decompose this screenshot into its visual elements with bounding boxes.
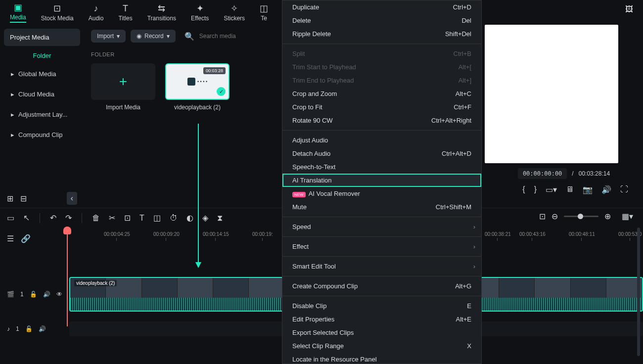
ruler-tick: 00:00:04:25 [104, 231, 130, 241]
ctx-crop-to-fit[interactable]: Crop to FitCtrl+F [282, 100, 481, 114]
preview-canvas [485, 25, 618, 163]
color-icon[interactable]: ◐ [186, 213, 193, 223]
ctx-disable-clip[interactable]: Disable ClipE [282, 299, 481, 313]
tab-stock-media[interactable]: ⊡Stock Media [41, 3, 74, 22]
ruler-tick: 00:00:48:11 [569, 231, 595, 241]
ctx-speech-to-text[interactable]: Speech-to-Text [282, 160, 481, 174]
context-menu: DuplicateCtrl+DDeleteDelRipple DeleteShi… [282, 0, 482, 364]
ctx-smart-edit-tool[interactable]: Smart Edit Tool [282, 260, 481, 273]
tab-titles[interactable]: TTitles [118, 3, 132, 22]
preview-panel: 🖼 00:00:00:00 / 00:03:28:14 { } ▭▾ 🖥 📷 🔊… [485, 5, 633, 194]
camera-icon[interactable]: 📷 [583, 185, 593, 194]
collapse-icon[interactable]: ‹ [67, 192, 77, 205]
lock-icon[interactable]: 🔓 [30, 291, 37, 298]
timeline-menu-icon[interactable]: ☰ [7, 234, 14, 243]
tab-templates[interactable]: ◫Te [260, 3, 268, 22]
tab-effects[interactable]: ✦Effects [191, 3, 209, 22]
clip-thumb-icon: • • • • [187, 78, 207, 86]
ctx-locate-in-the-resource-panel[interactable]: Locate in the Resource Panel [282, 353, 481, 364]
media-clip-tile[interactable]: 00:03:28 • • • • ✓ videoplayback (2) [165, 63, 230, 111]
bin-icon[interactable]: ⊟ [20, 194, 27, 203]
current-time: 00:00:00:00 [518, 168, 567, 179]
link-icon[interactable]: 🔗 [21, 234, 31, 243]
ctx-ripple-delete[interactable]: Ripple DeleteShift+Del [282, 27, 481, 41]
aspect-icon[interactable]: ▭▾ [546, 185, 557, 194]
chevron-down-icon: ▾ [117, 33, 120, 40]
clip-duration: 00:03:28 [203, 67, 226, 74]
sidebar-item-cloud[interactable]: ▸Cloud Media [4, 86, 80, 103]
media-icon: ▣ [14, 2, 22, 13]
ctx-export-selected-clips[interactable]: Export Selected Clips [282, 326, 481, 339]
redo-icon[interactable]: ↷ [65, 213, 72, 223]
fit-icon[interactable]: ⊡ [539, 212, 546, 221]
mute-icon[interactable]: 🔊 [39, 325, 46, 332]
ctx-split: SplitCtrl+B [282, 47, 481, 60]
ctx-adjust-audio[interactable]: Adjust Audio [282, 134, 481, 147]
sidebar-item-global[interactable]: ▸Global Media [4, 65, 80, 83]
fullscreen-icon[interactable]: ⛶ [620, 185, 628, 194]
total-time: 00:03:28:14 [579, 170, 610, 177]
zoom-slider[interactable] [564, 216, 598, 217]
ctx-effect[interactable]: Effect [282, 240, 481, 253]
ctx-speed[interactable]: Speed [282, 220, 481, 233]
tab-stickers[interactable]: ✧Stickers [224, 3, 245, 22]
stickers-icon: ✧ [230, 3, 238, 14]
snapshot-icon[interactable]: 🖼 [625, 5, 633, 14]
stock-icon: ⊡ [53, 3, 61, 14]
mark-in-icon[interactable]: { [522, 185, 525, 194]
delete-icon[interactable]: 🗑 [92, 214, 100, 223]
speed-icon[interactable]: ⏱ [170, 214, 178, 223]
split-icon[interactable]: ✂ [109, 213, 115, 223]
ctx-delete[interactable]: DeleteDel [282, 14, 481, 27]
tab-transitions[interactable]: ⇆Transitions [147, 3, 176, 22]
lock-icon[interactable]: 🔓 [25, 325, 33, 332]
duration-icon[interactable]: ⧗ [217, 214, 223, 223]
search-input[interactable] [199, 33, 274, 40]
ctx-mute[interactable]: MuteCtrl+Shift+M [282, 200, 481, 214]
visibility-icon[interactable]: 👁 [56, 291, 62, 298]
ctx-detach-audio[interactable]: Detach AudioCtrl+Alt+D [282, 147, 481, 160]
tab-audio[interactable]: ♪Audio [89, 3, 104, 22]
templates-icon: ◫ [260, 3, 268, 14]
scrollbar[interactable] [637, 228, 640, 356]
resize-icon[interactable]: ◫ [153, 213, 161, 223]
import-tile[interactable]: + Import Media [91, 63, 155, 111]
keyframe-icon[interactable]: ◈ [202, 213, 208, 223]
select-tool-icon[interactable]: ▭ [7, 213, 14, 223]
crop-icon[interactable]: ⊡ [124, 213, 131, 223]
record-button[interactable]: ◉Record▾ [131, 30, 176, 43]
chevron-down-icon: ▾ [167, 33, 170, 40]
display-icon[interactable]: 🖥 [566, 185, 574, 194]
pointer-tool-icon[interactable]: ↖ [23, 213, 30, 223]
tab-media[interactable]: ▣Media [10, 2, 26, 23]
ctx-select-clip-range[interactable]: Select Clip RangeX [282, 339, 481, 353]
project-media-button[interactable]: Project Media [4, 29, 80, 46]
undo-icon[interactable]: ↶ [50, 213, 56, 223]
grid-icon[interactable]: ▦▾ [622, 212, 633, 221]
zoom-in-icon[interactable]: ⊕ [604, 212, 611, 221]
audio-track-icon: ♪ [7, 325, 10, 332]
plus-icon: + [119, 74, 127, 90]
zoom-control: ⊡ ⊖ ⊕ ▦▾ [539, 212, 633, 221]
text-icon[interactable]: T [139, 214, 144, 223]
ctx-ai-translation[interactable]: AI Translation [282, 174, 481, 187]
mark-out-icon[interactable]: } [534, 185, 537, 194]
ctx-trim-start-to-playhead: Trim Start to PlayheadAlt+[ [282, 60, 481, 74]
zoom-out-icon[interactable]: ⊖ [551, 212, 558, 221]
record-dot-icon: ◉ [137, 33, 141, 40]
import-button[interactable]: Import▾ [91, 30, 126, 43]
playhead[interactable] [67, 228, 68, 326]
ctx-crop-and-zoom[interactable]: Crop and ZoomAlt+C [282, 87, 481, 100]
ctx-edit-properties[interactable]: Edit PropertiesAlt+E [282, 313, 481, 326]
effects-icon: ✦ [196, 3, 204, 14]
ctx-rotate-90-cw[interactable]: Rotate 90 CWCtrl+Alt+Right [282, 114, 481, 127]
ctx-ai-vocal-remover[interactable]: NEWAI Vocal Remover [282, 187, 481, 200]
mute-icon[interactable]: 🔊 [43, 291, 50, 298]
sidebar-item-adjustment[interactable]: ▸Adjustment Lay... [4, 106, 80, 123]
new-bin-icon[interactable]: ⊞ [7, 194, 13, 203]
chevron-right-icon: ▸ [11, 70, 14, 78]
ctx-duplicate[interactable]: DuplicateCtrl+D [282, 0, 481, 14]
sidebar-item-compound[interactable]: ▸Compound Clip [4, 126, 80, 143]
volume-icon[interactable]: 🔊 [601, 185, 611, 194]
ctx-create-compound-clip[interactable]: Create Compound ClipAlt+G [282, 279, 481, 293]
